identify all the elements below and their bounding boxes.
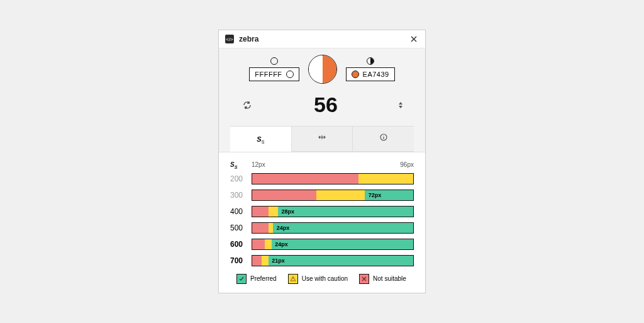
threshold-label: 28px xyxy=(280,208,297,215)
info-icon xyxy=(379,133,388,142)
content: SS 12px 96px 20030072px40028px50024px600… xyxy=(219,152,425,293)
titlebar: </> zebra xyxy=(219,30,425,48)
app-window: </> zebra FFFFFF EA7439 xyxy=(218,30,426,293)
weight-label: 600 xyxy=(230,240,252,249)
foreground-swatch xyxy=(352,71,359,78)
close-button[interactable] xyxy=(409,34,419,44)
foreground-color-field[interactable]: EA7439 xyxy=(346,67,395,81)
axis-min: 12px xyxy=(252,161,265,169)
contrast-score: 56 xyxy=(314,93,338,117)
weight-rows: 20030072px40028px50024px60024px70021px xyxy=(230,173,414,266)
weight-row-700: 70021px xyxy=(230,255,414,266)
weight-bar xyxy=(252,173,414,184)
swap-icon xyxy=(243,101,252,110)
weight-row-200: 200 xyxy=(230,173,414,184)
weight-bar: 28px xyxy=(252,206,414,217)
tab-spacing[interactable] xyxy=(292,126,353,150)
check-icon xyxy=(236,274,247,284)
threshold-label: 72px xyxy=(367,192,384,198)
weight-bar: 24px xyxy=(252,239,414,250)
app-icon: </> xyxy=(225,35,234,43)
swap-button[interactable] xyxy=(242,99,253,111)
contrast-preview xyxy=(308,55,337,84)
foreground-hex: EA7439 xyxy=(363,71,389,78)
tab-size[interactable]: SS xyxy=(230,126,292,151)
weight-label: 200 xyxy=(230,174,252,183)
score-stepper[interactable] xyxy=(399,102,402,108)
threshold-label: 24px xyxy=(275,225,292,231)
weight-row-600: 60024px xyxy=(230,239,414,250)
tab-size-label: SS xyxy=(257,135,264,143)
legend-preferred: Preferred xyxy=(236,274,277,284)
app-title: zebra xyxy=(239,35,258,43)
spacing-icon xyxy=(318,133,326,142)
threshold-label: 21px xyxy=(270,258,287,264)
tab-info[interactable] xyxy=(353,126,414,150)
weight-row-300: 30072px xyxy=(230,190,414,201)
circle-outline-icon xyxy=(270,57,278,65)
tabs: SS xyxy=(230,126,414,151)
weight-label: 500 xyxy=(230,224,252,232)
chevron-down-icon xyxy=(399,106,402,108)
background-color-col: FFFFFF xyxy=(249,57,299,81)
weight-bar: 72px xyxy=(252,190,414,201)
weight-label: 400 xyxy=(230,207,252,216)
foreground-color-col: EA7439 xyxy=(346,57,395,81)
background-color-field[interactable]: FFFFFF xyxy=(249,67,299,81)
weight-row-400: 40028px xyxy=(230,206,414,217)
chevron-up-icon xyxy=(399,102,402,105)
cross-icon xyxy=(359,274,369,284)
background-swatch xyxy=(286,71,294,78)
weight-bar: 24px xyxy=(252,222,414,234)
legend: Preferred Use with caution Not suitable xyxy=(230,274,414,284)
legend-caution: Use with caution xyxy=(288,274,348,284)
weight-bar: 21px xyxy=(252,255,414,266)
axis-max: 96px xyxy=(400,161,414,169)
axis-y-label: SS xyxy=(230,161,252,169)
legend-not-suitable: Not suitable xyxy=(359,274,406,284)
circle-half-icon xyxy=(367,57,374,65)
close-icon xyxy=(410,35,418,43)
threshold-label: 24px xyxy=(273,241,290,247)
weight-label: 300 xyxy=(230,191,252,200)
background-hex: FFFFFF xyxy=(255,71,282,78)
weight-row-500: 50024px xyxy=(230,222,414,234)
warning-icon xyxy=(288,274,298,284)
axis-row: SS 12px 96px xyxy=(230,161,414,169)
weight-label: 700 xyxy=(230,256,252,265)
score-row: 56 xyxy=(230,86,414,126)
color-section: FFFFFF EA7439 56 xyxy=(219,48,425,152)
